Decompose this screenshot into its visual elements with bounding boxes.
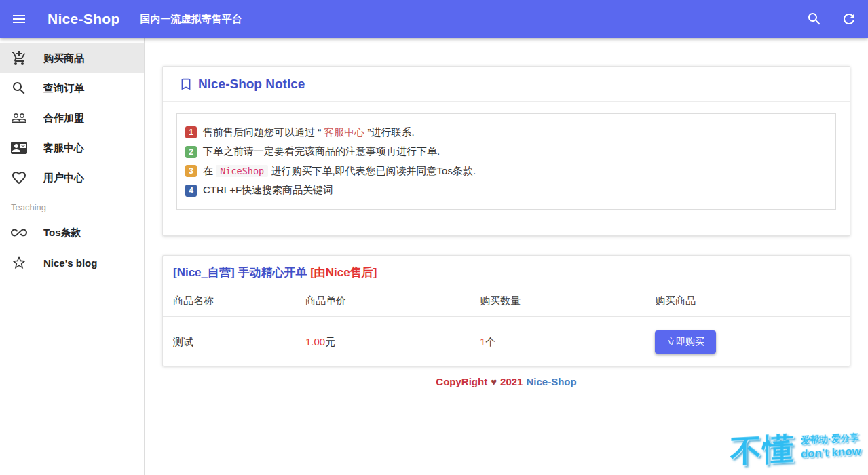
notice-card-header: Nice-Shop Notice	[163, 66, 850, 101]
heart-icon: ♥	[491, 376, 497, 387]
app-bar: Nice-Shop 国内一流虚拟寄售平台	[0, 0, 868, 38]
qty-unit: 个	[485, 336, 495, 347]
niceshop-code-tag: NiceShop	[216, 165, 268, 177]
notice-list: 1 售前售后问题您可以通过 “ 客服中心 ”进行联系. 2 下单之前请一定要看完…	[176, 113, 836, 210]
add-shopping-cart-icon	[11, 50, 27, 66]
copyright-year: 2021	[500, 376, 523, 387]
column-header-unit-price: 商品单价	[295, 287, 470, 317]
sidebar-item-buy-products[interactable]: 购买商品	[0, 43, 144, 73]
sidebar-item-label: 用户中心	[43, 172, 84, 185]
app-title: Nice-Shop	[48, 11, 120, 27]
sidebar-section-teaching: Teaching	[0, 197, 144, 218]
sidebar-item-label: 查询订单	[43, 82, 84, 95]
infinity-icon	[11, 225, 27, 241]
main-content: Nice-Shop Notice 1 售前售后问题您可以通过 “ 客服中心 ”进…	[145, 38, 868, 475]
product-table: 商品名称 商品单价 购买数量 购买商品 测试 1.00元 1个 立即购买	[163, 287, 850, 366]
sidebar-item-label: 合作加盟	[43, 112, 84, 125]
product-price-cell: 1.00元	[295, 317, 470, 366]
notice-badge-1: 1	[185, 126, 197, 138]
column-header-quantity: 购买数量	[470, 287, 645, 317]
people-icon	[11, 110, 27, 126]
product-buy-cell: 立即购买	[645, 317, 850, 366]
sidebar-item-blog[interactable]: Nice's blog	[0, 248, 144, 278]
notice-badge-4: 4	[185, 185, 197, 197]
refresh-icon[interactable]	[841, 11, 857, 27]
sidebar-item-label: Nice's blog	[43, 257, 97, 269]
copyright-text: CopyRight	[436, 376, 487, 387]
sidebar-item-customer-service[interactable]: 客服中心	[0, 133, 144, 163]
bookmark-icon	[178, 77, 193, 92]
column-header-buy: 购买商品	[645, 287, 850, 317]
sidebar-item-partnership[interactable]: 合作加盟	[0, 103, 144, 133]
notice-item-2: 2 下单之前请一定要看完该商品的注意事项再进行下单.	[185, 142, 827, 162]
sidebar-item-user-center[interactable]: 用户中心	[0, 163, 144, 193]
product-title-suffix: [由Nice售后]	[310, 266, 377, 279]
hamburger-menu-icon[interactable]	[11, 11, 27, 27]
notice-badge-2: 2	[185, 146, 197, 158]
sidebar-item-label: Tos条款	[43, 227, 81, 240]
notice-badge-3: 3	[185, 165, 197, 177]
footer-brand-link[interactable]: Nice-Shop	[526, 376, 576, 387]
price-value: 1.00	[305, 336, 325, 347]
notice-item-4: 4 CTRL+F快速搜索商品关键词	[185, 181, 827, 201]
notice-item-3: 3 在 NiceShop 进行购买下单,即代表您已阅读并同意Tos条款.	[185, 162, 827, 181]
footer-copyright: CopyRight♥2021Nice-Shop	[162, 375, 850, 390]
product-qty-cell: 1个	[470, 317, 645, 366]
notice-text: 进行购买下单,即代表您已阅读并同意Tos条款.	[268, 165, 476, 178]
sidebar-item-label: 购买商品	[43, 52, 84, 65]
star-icon	[11, 254, 27, 271]
price-unit: 元	[325, 336, 335, 347]
contact-card-icon	[11, 140, 27, 156]
product-card-title: [Nice_自营] 手动精心开单 [由Nice售后]	[163, 256, 850, 287]
table-header-row: 商品名称 商品单价 购买数量 购买商品	[163, 287, 850, 317]
sidebar-item-query-orders[interactable]: 查询订单	[0, 73, 144, 103]
customer-service-link[interactable]: 客服中心	[324, 126, 364, 139]
notice-text: CTRL+F快速搜索商品关键词	[203, 184, 333, 197]
notice-card: Nice-Shop Notice 1 售前售后问题您可以通过 “ 客服中心 ”进…	[162, 66, 850, 236]
buy-now-button[interactable]: 立即购买	[655, 330, 716, 354]
product-card: [Nice_自营] 手动精心开单 [由Nice售后] 商品名称 商品单价 购买数…	[162, 255, 850, 366]
notice-item-1: 1 售前售后问题您可以通过 “ 客服中心 ”进行联系.	[185, 123, 827, 142]
product-name-cell: 测试	[163, 317, 295, 366]
notice-text: 下单之前请一定要看完该商品的注意事项再进行下单.	[203, 145, 440, 158]
sidebar-item-tos[interactable]: Tos条款	[0, 218, 144, 248]
notice-text: 在	[203, 165, 216, 178]
product-title-main: [Nice_自营] 手动精心开单	[173, 266, 310, 279]
column-header-product-name: 商品名称	[163, 287, 295, 317]
notice-card-title: Nice-Shop Notice	[198, 77, 305, 92]
notice-text: 售前售后问题您可以通过 “	[203, 126, 324, 139]
heart-icon	[11, 170, 27, 186]
notice-text: ”进行联系.	[364, 126, 414, 139]
search-icon	[11, 80, 27, 96]
table-row: 测试 1.00元 1个 立即购买	[163, 317, 850, 366]
search-icon[interactable]	[806, 11, 823, 27]
app-tagline: 国内一流虚拟寄售平台	[140, 13, 242, 26]
sidebar-item-label: 客服中心	[43, 142, 84, 155]
sidebar: 购买商品 查询订单 合作加盟 客服中心 用户中心 Teaching	[0, 38, 145, 475]
